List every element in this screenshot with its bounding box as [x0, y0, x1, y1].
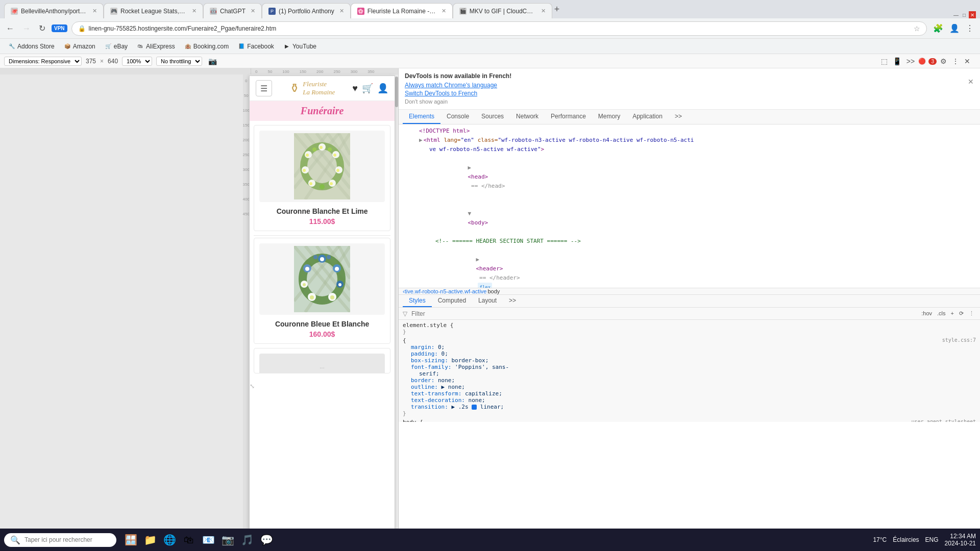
- tab-close-4[interactable]: ✕: [339, 8, 344, 14]
- devtools-tab-memory[interactable]: Memory: [592, 110, 626, 124]
- mobile-viewport[interactable]: ☰ ⚱ Fleuriste La Romaine: [249, 76, 395, 533]
- taskbar-icon-file[interactable]: 📁: [142, 532, 158, 548]
- vpn-badge[interactable]: VPN: [52, 24, 67, 32]
- minimize-button[interactable]: —: [952, 11, 960, 18]
- tab-close-3[interactable]: ✕: [251, 8, 255, 14]
- site-logo: ⚱ Fleuriste La Romaine: [272, 80, 352, 96]
- taskbar-icon-widgets[interactable]: 🪟: [122, 532, 139, 548]
- bookmark-facebook[interactable]: 📘 Facebook: [234, 42, 278, 51]
- bookmark-booking[interactable]: 🏨 Booking.com: [180, 42, 233, 51]
- reload-button[interactable]: ↻: [37, 21, 47, 35]
- settings-devtools-button[interactable]: ⚙: [939, 56, 948, 67]
- taskbar-icon-spotify[interactable]: 🎵: [239, 532, 255, 548]
- throttle-select[interactable]: No throttling: [156, 57, 202, 66]
- error-count: 🔴 3: [918, 58, 937, 65]
- taskbar-icon-store[interactable]: 🛍: [181, 532, 197, 548]
- devtools-tab-sources[interactable]: Sources: [475, 110, 510, 124]
- more-tools-button[interactable]: >>: [905, 56, 916, 67]
- screenshot-button[interactable]: 📷: [206, 55, 219, 67]
- devtools-tab-elements[interactable]: Elements: [403, 110, 440, 124]
- cart-icon[interactable]: 🛒: [362, 83, 373, 94]
- notif-link-2[interactable]: Switch DevTools to French: [405, 90, 974, 97]
- css-element-close: }: [403, 329, 976, 335]
- zoom-selector[interactable]: 100%: [122, 57, 152, 66]
- styles-tab[interactable]: Styles: [403, 295, 432, 307]
- close-button[interactable]: ✕: [969, 11, 976, 18]
- resize-handle[interactable]: ⤡: [250, 382, 256, 388]
- extensions-button[interactable]: 🧩: [931, 21, 945, 35]
- maximize-button[interactable]: □: [961, 11, 968, 18]
- taskbar-icon-photo[interactable]: 📷: [219, 532, 236, 548]
- devtools-tab-performance[interactable]: Performance: [545, 110, 592, 124]
- notif-dismiss[interactable]: Don't show again: [405, 98, 448, 105]
- throttle-selector[interactable]: No throttling: [156, 57, 202, 66]
- device-toggle-button[interactable]: 📱: [891, 56, 903, 67]
- notif-link-1[interactable]: Always match Chrome's language: [405, 82, 974, 89]
- responsive-selector[interactable]: Dimensions: Responsive: [4, 57, 82, 66]
- bookmark-youtube[interactable]: ▶ YouTube: [279, 42, 321, 51]
- tab-fleuriste[interactable]: 🌸 Fleuriste La Romaine - Funérai... ✕: [351, 3, 453, 18]
- filter-more[interactable]: ⋮: [967, 310, 976, 317]
- forward-button[interactable]: →: [20, 22, 33, 35]
- tab-close-1[interactable]: ✕: [92, 8, 97, 14]
- tab-close-5[interactable]: ✕: [442, 8, 446, 14]
- devtools-tab-more[interactable]: >>: [669, 110, 688, 124]
- devtools-tab-application[interactable]: Application: [626, 110, 669, 124]
- taskbar-icon-discord[interactable]: 💬: [258, 532, 275, 548]
- more-tabs-button[interactable]: >>: [503, 295, 522, 307]
- close-devtools-button[interactable]: ✕: [963, 56, 972, 67]
- bookmark-aliexpress[interactable]: 🛍 AliExpress: [133, 42, 179, 51]
- tab-bellevilleanthony[interactable]: 🐙 BellevilleAnthony/portfolio ✕: [4, 3, 104, 18]
- device-select[interactable]: Dimensions: Responsive: [4, 57, 82, 66]
- css-prop-texttransform: text-transform: capitalize;: [403, 390, 976, 397]
- profile-button[interactable]: 👤: [947, 21, 962, 35]
- filter-hov[interactable]: :hov: [920, 310, 934, 317]
- tab-cloudconvert[interactable]: 🎬 MKV to GIF | CloudConvert ✕: [453, 3, 552, 18]
- taskbar-icon-browser[interactable]: 🌐: [161, 532, 178, 548]
- computed-tab[interactable]: Computed: [432, 295, 472, 307]
- bookmark-addons[interactable]: 🔧 Addons Store: [4, 42, 59, 51]
- tab-close-2[interactable]: ✕: [192, 8, 197, 14]
- taskbar-icon-mail[interactable]: 📧: [200, 532, 216, 548]
- product-card-2[interactable]: Couronne Bleue Et Blanche 160.00$: [254, 238, 390, 344]
- viewport-column: 050100150200250300350 050100150200250300…: [0, 68, 398, 533]
- product-card-1[interactable]: Couronne Blanche Et Lime 115.00$: [254, 125, 390, 231]
- dom-code-area[interactable]: <!DOCTYPE html> ▶ <html lang="en" class=…: [399, 124, 980, 288]
- bookmark-amazon[interactable]: 📦 Amazon: [60, 42, 100, 51]
- settings-button[interactable]: ⋮: [964, 21, 976, 35]
- tab-portfolio[interactable]: P (1) Portfolio Anthony ✕: [262, 3, 351, 18]
- dom-line-html[interactable]: ▶ <html lang="en" class="wf-roboto-n3-ac…: [399, 136, 980, 145]
- dom-line-head[interactable]: ▶ <head> == </head>: [399, 154, 980, 200]
- dom-line-body[interactable]: ▼ <body>: [399, 200, 980, 237]
- devtools-tab-console[interactable]: Console: [440, 110, 475, 124]
- tab-close-6[interactable]: ✕: [541, 8, 546, 14]
- taskbar-search[interactable]: 🔍: [4, 533, 116, 547]
- devtools-tab-network[interactable]: Network: [510, 110, 545, 124]
- zoom-select[interactable]: 100%: [122, 57, 152, 66]
- inspect-button[interactable]: ⬚: [879, 56, 889, 67]
- menu-button[interactable]: ☰: [256, 80, 272, 96]
- logo-line1: Fleuriste: [303, 80, 335, 88]
- filter-cls[interactable]: .cls: [936, 310, 947, 317]
- layout-tab[interactable]: Layout: [472, 295, 503, 307]
- filter-plus[interactable]: +: [949, 310, 955, 317]
- taskbar-search-input[interactable]: [24, 536, 110, 543]
- tab-chatgpt[interactable]: 🤖 ChatGPT ✕: [203, 3, 262, 18]
- star-icon[interactable]: ☆: [914, 24, 920, 33]
- more-options-button[interactable]: ⋮: [950, 56, 961, 67]
- breadcrumb-body[interactable]: body: [487, 288, 500, 294]
- filter-refresh[interactable]: ⟳: [958, 310, 965, 317]
- dom-line-header[interactable]: ▶ <header> == </header> flex: [399, 246, 980, 288]
- tab-rocketleague[interactable]: 🎮 Rocket League Stats, Leaderbo... ✕: [104, 3, 203, 18]
- address-bar[interactable]: 🔒 linen-gnu-755825.hostingersite.com/Fun…: [71, 21, 927, 36]
- wishlist-icon[interactable]: ♥: [352, 83, 358, 94]
- back-button[interactable]: ←: [4, 22, 16, 35]
- user-icon[interactable]: 👤: [377, 83, 388, 94]
- bookmark-ebay[interactable]: 🛒 eBay: [101, 42, 132, 51]
- notif-title: DevTools is now available in French!: [405, 72, 974, 80]
- filter-input[interactable]: [411, 310, 916, 317]
- notif-close-button[interactable]: ✕: [968, 78, 974, 86]
- product-card-3[interactable]: ...: [254, 348, 390, 373]
- tab-favicon-1: 🐙: [11, 8, 18, 15]
- new-tab-button[interactable]: +: [554, 4, 560, 15]
